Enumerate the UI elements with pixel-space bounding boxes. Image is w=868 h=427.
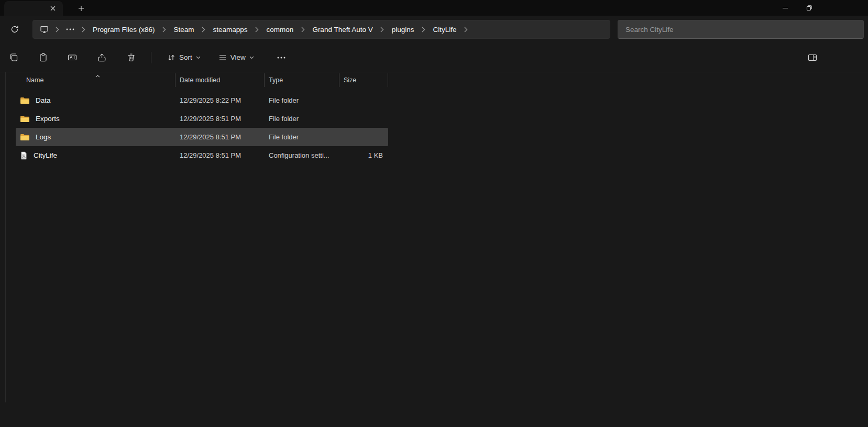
sort-button[interactable]: Sort: [162, 48, 206, 67]
new-tab-button[interactable]: [74, 2, 88, 15]
date-modified-cell: 12/29/2025 8:51 PM: [175, 151, 265, 159]
type-cell: File folder: [265, 133, 339, 141]
column-header-size[interactable]: Size: [339, 73, 388, 87]
chevron-right-icon: [422, 27, 425, 32]
date-modified-cell: 12/29/2025 8:51 PM: [175, 115, 265, 123]
chevron-right-icon: [301, 27, 305, 32]
type-cell: Configuration setti...: [265, 151, 339, 159]
name-cell: Data: [16, 96, 175, 104]
column-header-name[interactable]: Name: [16, 73, 175, 87]
chevron-right-icon: [56, 27, 59, 32]
restore-button[interactable]: [797, 0, 821, 16]
column-header-type[interactable]: Type: [265, 73, 339, 87]
breadcrumb-chevron-button[interactable]: [299, 21, 307, 37]
breadcrumb-item[interactable]: Program Files (x86): [87, 21, 160, 37]
paste-icon: [39, 53, 48, 62]
share-icon: [97, 53, 106, 62]
file-name: Exports: [36, 115, 60, 123]
copy-button[interactable]: [3, 48, 24, 67]
breadcrumb-chevron-button[interactable]: [79, 21, 87, 37]
toolbar-divider: [151, 52, 151, 63]
breadcrumb-chevron-button[interactable]: [419, 21, 427, 37]
breadcrumb-item[interactable]: plugins: [387, 21, 420, 37]
restore-icon: [806, 5, 812, 11]
chevron-right-icon: [162, 27, 166, 32]
minimize-button[interactable]: [773, 0, 797, 16]
navigation-bar: Program Files (x86) Steam steamapps comm…: [0, 16, 868, 43]
sort-ascending-icon: [95, 72, 100, 79]
chevron-right-icon: [255, 27, 259, 32]
delete-button[interactable]: [120, 48, 141, 67]
sort-button-label: Sort: [179, 53, 192, 61]
address-bar[interactable]: Program Files (x86) Steam steamapps comm…: [32, 20, 610, 39]
search-box[interactable]: [618, 20, 864, 39]
column-header-date-modified[interactable]: Date modified: [175, 73, 265, 87]
tab-close-button[interactable]: [47, 3, 59, 14]
chevron-right-icon: [82, 27, 85, 32]
breadcrumb-this-pc-button[interactable]: [35, 21, 53, 37]
command-toolbar: Sort View: [0, 43, 868, 72]
explorer-tab[interactable]: [4, 1, 63, 16]
file-list: Name Date modified Type Size: [16, 72, 388, 165]
size-cell: 1 KB: [339, 151, 388, 159]
breadcrumb-overflow-button[interactable]: [61, 21, 79, 37]
details-pane-button[interactable]: [802, 48, 823, 67]
date-modified-cell: 12/29/2025 8:51 PM: [175, 133, 265, 141]
chevron-right-icon: [464, 27, 468, 32]
type-cell: File folder: [265, 115, 339, 123]
view-button-label: View: [230, 53, 246, 61]
file-row-citylife[interactable]: CityLife 12/29/2025 8:51 PM Configuratio…: [16, 146, 388, 165]
column-header-label: Name: [26, 76, 43, 84]
breadcrumb-chevron-button[interactable]: [160, 21, 169, 37]
column-header-label: Date modified: [180, 76, 220, 84]
folder-icon: [20, 133, 30, 141]
view-icon: [218, 53, 227, 62]
view-button[interactable]: View: [213, 48, 259, 67]
tab-strip: [0, 0, 868, 16]
chevron-right-icon: [202, 27, 205, 32]
breadcrumb-chevron-button[interactable]: [200, 21, 208, 37]
see-more-button[interactable]: [271, 48, 292, 67]
breadcrumb-item[interactable]: steamapps: [208, 21, 253, 37]
sort-icon: [167, 53, 175, 62]
paste-button[interactable]: [32, 48, 53, 67]
monitor-icon: [40, 25, 49, 34]
breadcrumb-item[interactable]: Grand Theft Auto V: [307, 21, 378, 37]
folder-icon: [20, 96, 30, 104]
details-pane-icon: [808, 53, 817, 62]
date-modified-cell: 12/29/2025 8:22 PM: [175, 96, 265, 104]
search-input[interactable]: [624, 25, 857, 34]
config-file-icon: [20, 151, 28, 160]
breadcrumb-chevron-button[interactable]: [53, 21, 61, 37]
refresh-button[interactable]: [4, 20, 25, 39]
refresh-icon: [10, 25, 19, 34]
folder-icon: [20, 115, 30, 123]
rename-icon: [68, 53, 77, 62]
chevron-down-icon: [249, 56, 254, 59]
trash-icon: [127, 53, 136, 62]
name-cell: Exports: [16, 115, 175, 123]
pane-divider: [5, 72, 6, 402]
breadcrumb-chevron-button[interactable]: [253, 21, 261, 37]
file-name: Data: [36, 96, 51, 104]
share-button[interactable]: [91, 48, 112, 67]
plus-icon: [78, 5, 84, 12]
file-list-area: Name Date modified Type Size: [0, 72, 868, 165]
file-row-logs[interactable]: Logs 12/29/2025 8:51 PM File folder: [16, 128, 388, 146]
close-icon: [50, 6, 56, 11]
file-row-exports[interactable]: Exports 12/29/2025 8:51 PM File folder: [16, 110, 388, 128]
breadcrumb-item[interactable]: CityLife: [427, 21, 462, 37]
rename-button[interactable]: [62, 48, 83, 67]
file-name: Logs: [36, 133, 51, 141]
ellipsis-icon: [66, 28, 74, 30]
breadcrumb-chevron-button[interactable]: [462, 21, 470, 37]
chevron-right-icon: [380, 27, 384, 32]
breadcrumb-item[interactable]: Steam: [169, 21, 200, 37]
name-cell: CityLife: [16, 151, 175, 160]
breadcrumb-chevron-button[interactable]: [378, 21, 387, 37]
copy-icon: [9, 53, 18, 62]
more-icon: [277, 57, 285, 59]
file-rows: Data 12/29/2025 8:22 PM File folder Expo…: [16, 91, 388, 165]
file-row-data[interactable]: Data 12/29/2025 8:22 PM File folder: [16, 91, 388, 110]
breadcrumb-item[interactable]: common: [261, 21, 299, 37]
